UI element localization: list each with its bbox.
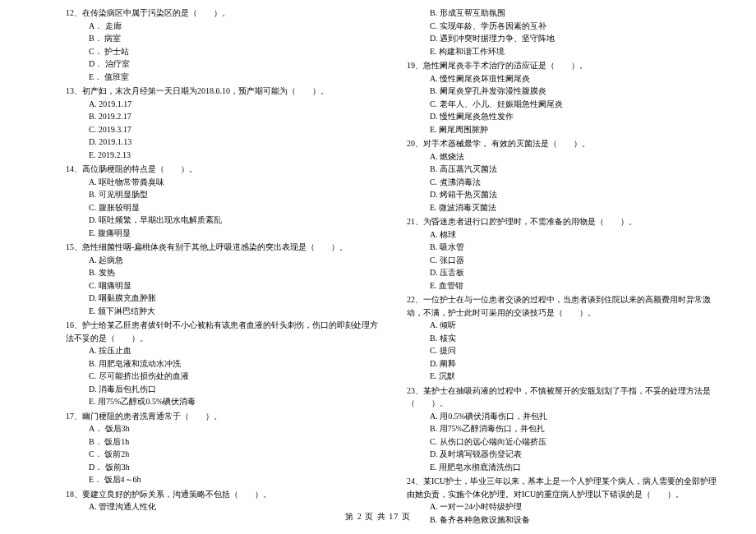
question-option: B. 核实 [407,332,723,345]
question-stem: 15、急性细菌性咽-扁桃体炎有别于其他上呼吸道感染的突出表现是（ ）。 [66,241,382,254]
question-18: 18、要建立良好的护际关系，沟通策略不包括（ ）。 A. 管理沟通人性化 [66,488,382,513]
question-option: B. 形成互帮互助氛围 [407,7,723,20]
question-option: E. 血管钳 [407,279,723,292]
question-12: 12、在传染病区中属于污染区的是（ ）。 A． 走廊 B． 病室 C． 护士站 … [66,7,382,83]
question-option: A． 走廊 [66,20,382,33]
question-stem: 22、一位护士在与一位患者交谈的过程中，当患者谈到住院以来的高额费用时异常激动，… [407,293,723,319]
question-15: 15、急性细菌性咽-扁桃体炎有别于其他上呼吸道感染的突出表现是（ ）。 A. 起… [66,241,382,317]
question-option: E. 阑尾周围脓肿 [407,123,723,136]
right-column: B. 形成互帮互助氛围 C. 实现年龄、学历各因素的互补 D. 遇到冲突时据理力… [399,7,723,527]
question-option: D. 呕吐频繁，早期出现水电解质紊乱 [66,214,382,227]
question-stem: 14、高位肠梗阻的特点是（ ）。 [66,163,382,176]
question-option: C. 老年人、小儿、妊娠期急性阑尾炎 [407,98,723,111]
question-option: C. 煮沸消毒法 [407,176,723,189]
question-stem: 17、幽门梗阻的患者洗胃通常于（ ）。 [66,410,382,423]
question-option: A． 饭后3h [66,422,382,435]
question-13: 13、初产妇，末次月经第一天日期为2018.6.10，预产期可能为（ ）。 A.… [66,85,382,161]
question-option: D. 烤箱干热灭菌法 [407,188,723,201]
question-option: A. 按压止血 [66,344,382,357]
question-stem: 23、某护士在抽吸药液的过程中，不慎被掰开的安瓿划划了手指，不妥的处理方法是（ … [407,384,723,410]
question-option: A. 燃烧法 [407,150,723,163]
question-19: 19、急性阑尾炎非手术治疗的适应证是（ ）。 A. 慢性阑尾炎坏疽性阑尾炎 B.… [407,59,723,136]
question-option: C. 提问 [407,344,723,357]
question-option: C. 张口器 [407,254,723,267]
question-option: A. 倾听 [407,319,723,332]
question-option: D. 咽黏膜充血肿胀 [66,292,382,305]
question-18-cont: B. 形成互帮互助氛围 C. 实现年龄、学历各因素的互补 D. 遇到冲突时据理力… [407,7,723,58]
question-16: 16、护士给某乙肝患者拔针时不小心被粘有该患者血液的针头刺伤，伤口的即刻处理方法… [66,319,382,408]
question-option: E. 颁下淋巴结肿大 [66,305,382,318]
question-14: 14、高位肠梗阻的特点是（ ）。 A. 呕吐物常带粪臭味 B. 可见明显肠型 C… [66,163,382,239]
question-21: 21、为昏迷患者进行口腔护理时，不需准备的用物是（ ）。 A. 棉球 B. 吸水… [407,215,723,292]
question-option: C. 2019.3.17 [66,123,382,136]
question-option: A. 呕吐物常带粪臭味 [66,176,382,189]
question-option: D. 遇到冲突时据理力争、坚守阵地 [407,32,723,45]
question-option: B. 吸水管 [407,241,723,254]
question-option: E. 构建和谐工作环境 [407,45,723,58]
question-option: B. 发热 [66,266,382,279]
question-stem: 12、在传染病区中属于污染区的是（ ）。 [66,7,382,20]
question-option: E. 沉默 [407,370,723,383]
question-option: B. 用75%乙醇消毒伤口，并包扎 [407,422,723,435]
question-option: D． 治疗室 [66,58,382,71]
question-option: B． 病室 [66,32,382,45]
question-option: B. 可见明显肠型 [66,188,382,201]
question-option: D. 阐释 [407,357,723,371]
question-option: B. 用肥皂液和流动水冲洗 [66,357,382,371]
question-option: C. 尽可能挤出损伤处的血液 [66,370,382,383]
question-option: D. 慢性阑尾炎急性发作 [407,110,723,123]
question-option: E. 用肥皂水彻底清洗伤口 [407,461,723,474]
question-option: A. 用0.5%碘伏消毒伤口，并包扎 [407,410,723,423]
question-option: B. 2019.2.17 [66,110,382,123]
left-column: 12、在传染病区中属于污染区的是（ ）。 A． 走廊 B． 病室 C． 护士站 … [66,7,399,527]
question-option: B. 高压蒸汽灭菌法 [407,163,723,176]
question-option: B. 阑尾炎穿孔并发弥漫性腹膜炎 [407,85,723,98]
question-stem: 13、初产妇，末次月经第一天日期为2018.6.10，预产期可能为（ ）。 [66,85,382,98]
question-stem: 19、急性阑尾炎非手术治疗的适应证是（ ）。 [407,59,723,72]
question-23: 23、某护士在抽吸药液的过程中，不慎被掰开的安瓿划划了手指，不妥的处理方法是（ … [407,384,723,474]
question-option: E． 饭后4～6h [66,473,382,486]
question-option: C. 腹胀较明显 [66,201,382,214]
question-option: E. 腹痛明显 [66,227,382,240]
question-stem: 16、护士给某乙肝患者拔针时不小心被粘有该患者血液的针头刺伤，伤口的即刻处理方法… [66,319,382,344]
question-stem: 21、为昏迷患者进行口腔护理时，不需准备的用物是（ ）。 [407,215,723,228]
question-option: A. 起病急 [66,254,382,267]
question-option: C． 护士站 [66,45,382,58]
question-option: E. 2019.2.13 [66,149,382,162]
question-17: 17、幽门梗阻的患者洗胃通常于（ ）。 A． 饭后3h B． 饭后1h C． 饭… [66,410,382,486]
question-option: D． 饭前3h [66,461,382,474]
question-option: C. 从伤口的远心端向近心端挤压 [407,435,723,449]
question-option: A. 棉球 [407,228,723,242]
question-stem: 24、某ICU护士，毕业三年以来，基本上是一个人护理某个病人，病人需要的全部护理… [407,475,723,500]
question-option: E． 值班室 [66,71,382,84]
question-option: C． 饭前2h [66,448,382,461]
question-option: E. 微波消毒灭菌法 [407,201,723,214]
question-option: A. 2019.1.17 [66,98,382,111]
question-option: C. 咽痛明显 [66,279,382,292]
question-stem: 18、要建立良好的护际关系，沟通策略不包括（ ）。 [66,488,382,501]
question-option: E. 用75%乙醇或0.5%碘伏消毒 [66,395,382,408]
page-footer: 第 2 页 共 17 页 [0,511,756,522]
question-option: D. 及时填写锐器伤登记表 [407,448,723,461]
question-stem: 20、对手术器械最学， 有效的灭菌法是（ ）。 [407,137,723,150]
question-22: 22、一位护士在与一位患者交谈的过程中，当患者谈到住院以来的高额费用时异常激动，… [407,293,723,383]
question-option: D. 2019.1.13 [66,136,382,149]
question-option: B． 饭后1h [66,435,382,449]
question-option: D. 消毒后包扎伤口 [66,383,382,396]
exam-page: 12、在传染病区中属于污染区的是（ ）。 A． 走廊 B． 病室 C． 护士站 … [0,0,756,527]
question-option: A. 慢性阑尾炎坏疽性阑尾炎 [407,72,723,85]
question-20: 20、对手术器械最学， 有效的灭菌法是（ ）。 A. 燃烧法 B. 高压蒸汽灭菌… [407,137,723,214]
question-option: D. 压舌板 [407,266,723,279]
question-option: C. 实现年龄、学历各因素的互补 [407,20,723,33]
